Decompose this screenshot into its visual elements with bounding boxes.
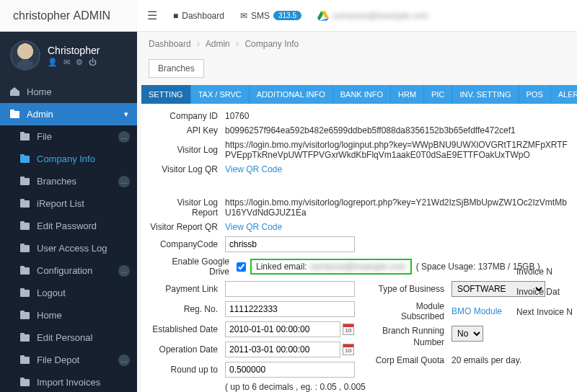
round-input[interactable] <box>225 362 355 378</box>
sidebar-nav: Home Admin▾ File… Company Info Branches…… <box>0 81 137 392</box>
sidebar-item-ireport[interactable]: iReport List <box>0 192 137 215</box>
profile-block: Christopher 👤 ✉ ⚙ ⏻ <box>0 32 137 81</box>
mail-icon[interactable]: ✉ <box>63 58 70 67</box>
avatar[interactable] <box>10 40 40 71</box>
menu-toggle-icon[interactable]: ☰ <box>147 9 157 22</box>
sidebar-item-file-depot[interactable]: File Depot… <box>0 349 137 371</box>
sidebar-item-label: Edit Personal <box>37 332 92 343</box>
folder-icon <box>20 200 30 208</box>
visitor-report-qr-label: Visitor Report QR <box>150 222 225 232</box>
user-icon[interactable]: 👤 <box>48 58 58 67</box>
topbar-drive-link[interactable]: someone@example.com <box>317 11 428 21</box>
sidebar-item-label: Configuration <box>37 265 92 276</box>
type-biz-label: Type of Business <box>372 284 452 294</box>
visitor-report-qr-link[interactable]: View QR Code <box>225 222 282 232</box>
module-sub-link[interactable]: BMO Module <box>452 306 502 316</box>
topbar-email-masked: someone@example.com <box>332 11 428 21</box>
visitor-log-label: Visitor Log <box>150 145 225 155</box>
next-invoice-n-label: Next Invoice N <box>516 307 573 317</box>
power-icon[interactable]: ⏻ <box>89 58 97 67</box>
branch-run-label: Branch Running Number <box>372 326 452 348</box>
api-key-value: b0996257f964ea592b482e6599ddbeb5ff088da8… <box>225 125 568 135</box>
sidebar-item-edit-personal[interactable]: Edit Personal <box>0 326 137 349</box>
company-id-value: 10760 <box>225 111 568 121</box>
reg-no-input[interactable] <box>225 301 355 317</box>
calendar-icon[interactable] <box>343 344 354 355</box>
sidebar-item-user-access-log[interactable]: User Access Log <box>0 237 137 259</box>
invoice-n-label: Invoice N <box>516 267 573 277</box>
tab-inv-setting[interactable]: INV. SETTING <box>452 85 519 104</box>
folder-icon <box>20 378 30 386</box>
enable-gdrive-checkbox[interactable] <box>237 262 246 272</box>
brand-name: christopher <box>13 9 70 22</box>
breadcrumb-sep: › <box>236 39 239 49</box>
sidebar-item-label: Home <box>37 310 62 321</box>
topbar-sms-link[interactable]: ✉ SMS 313.5 <box>240 11 301 21</box>
sidebar-item-label: User Access Log <box>37 243 107 254</box>
profile-name: Christopher <box>48 45 100 56</box>
brand: christopher ADMIN <box>0 0 137 32</box>
linked-email-prefix: Linked email: <box>256 262 307 272</box>
sidebar-item-label: Import Invoices <box>37 377 100 388</box>
visitor-log-value: https://login.bmo.my/visitorlog/loginput… <box>225 140 568 160</box>
calendar-icon[interactable] <box>343 324 354 335</box>
tab-pos[interactable]: POS <box>519 85 551 104</box>
tab-tax-srvc[interactable]: TAX / SRVC <box>191 85 250 104</box>
sidebar-item-logout[interactable]: Logout <box>0 282 137 304</box>
folder-icon <box>20 356 30 364</box>
sidebar-item-branches[interactable]: Branches… <box>0 170 137 192</box>
branches-button[interactable]: Branches <box>149 59 204 78</box>
sidebar-item-admin[interactable]: Admin▾ <box>0 103 137 125</box>
visitor-log-report-label: Visitor Log Report <box>150 197 225 218</box>
breadcrumb: Dashboard › Admin › Company Info <box>137 32 577 59</box>
breadcrumb-b[interactable]: Admin <box>206 39 230 49</box>
sidebar-item-label: Branches <box>37 176 76 187</box>
folder-icon <box>20 289 30 297</box>
folder-icon <box>20 155 30 163</box>
payment-link-input[interactable] <box>225 281 355 297</box>
visitor-log-report-value: https://login.bmo.my/visitorlog/logrepor… <box>225 197 568 218</box>
more-icon: … <box>118 265 130 277</box>
sidebar-item-label: Company Info <box>37 153 95 164</box>
visitor-log-qr-link[interactable]: View QR Code <box>225 164 282 174</box>
linked-email-masked: someone@example.com <box>310 262 406 272</box>
corp-quota-label: Corp Email Quota <box>372 355 452 365</box>
operation-input[interactable] <box>225 342 340 357</box>
home-icon <box>10 88 19 96</box>
tab-setting[interactable]: SETTING <box>141 85 191 104</box>
api-key-label: API Key <box>150 125 225 135</box>
sidebar-item-import-invoices[interactable]: Import Invoices <box>0 371 137 392</box>
sidebar-item-label: Edit Password <box>37 220 97 231</box>
gear-icon[interactable]: ⚙ <box>76 58 83 67</box>
more-icon: … <box>118 355 130 366</box>
right-edge-labels: Invoice N Invoice Dat Next Invoice N <box>516 267 573 317</box>
tab-bank-info[interactable]: BANK INFO <box>333 85 391 104</box>
more-icon: … <box>118 176 130 187</box>
sidebar-item-home[interactable]: Home <box>0 81 137 103</box>
round-hint: ( up to 6 decimals , eg. : 0.05 , 0.005 … <box>225 382 366 392</box>
sidebar-item-configuration[interactable]: Configuration… <box>0 259 137 282</box>
folder-icon <box>20 177 30 185</box>
established-input[interactable] <box>225 321 340 337</box>
tab-hrm[interactable]: HRM <box>391 85 424 104</box>
folder-icon <box>10 110 19 118</box>
sidebar-item-edit-password[interactable]: Edit Password <box>0 215 137 237</box>
tab-alerts[interactable]: ALERTS <box>551 85 577 104</box>
profile-quick-icons: 👤 ✉ ⚙ ⏻ <box>48 58 100 67</box>
sidebar-item-file[interactable]: File… <box>0 125 137 148</box>
content: Dashboard › Admin › Company Info Branche… <box>137 32 577 392</box>
round-label: Round up to <box>150 365 225 375</box>
corp-quota-value: 20 emails per day. <box>452 355 521 365</box>
breadcrumb-a[interactable]: Dashboard <box>149 39 191 49</box>
sidebar-item-home2[interactable]: Home <box>0 304 137 326</box>
company-code-input[interactable] <box>225 236 355 252</box>
topbar-dashboard-link[interactable]: ■ Dashboard <box>173 11 224 21</box>
branch-run-select[interactable]: No <box>452 326 483 342</box>
tab-additional-info[interactable]: ADDITIONAL INFO <box>250 85 333 104</box>
sidebar-item-company-info[interactable]: Company Info <box>0 148 137 170</box>
google-drive-icon <box>317 11 329 21</box>
enable-gdrive-label: Enable Google Drive <box>150 257 237 277</box>
tabstrip: SETTING TAX / SRVC ADDITIONAL INFO BANK … <box>141 85 577 104</box>
tab-pic[interactable]: PIC <box>424 85 452 104</box>
sidebar-home-label: Home <box>27 86 52 97</box>
